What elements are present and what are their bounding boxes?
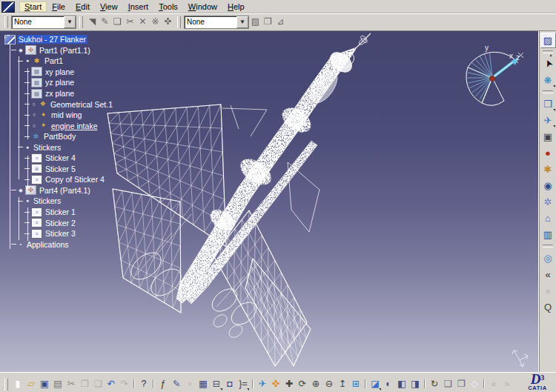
- wireframe-view-icon[interactable]: ◧: [396, 377, 408, 391]
- multi-view-icon[interactable]: ⊞: [350, 377, 362, 391]
- menu-insert[interactable]: Insert: [123, 1, 154, 12]
- tree-item-label[interactable]: Stickers: [32, 143, 62, 152]
- chevron-down-icon[interactable]: ▼: [64, 16, 76, 28]
- equivalence-icon[interactable]: }=: [237, 377, 249, 391]
- tree-expander-icon[interactable]: ○: [31, 112, 37, 118]
- tree-item-label[interactable]: Geometrical Set.1: [49, 100, 114, 109]
- filmstrip-icon[interactable]: ▥: [541, 226, 555, 242]
- gears-icon[interactable]: ✲: [541, 193, 555, 210]
- menu-file[interactable]: File: [47, 1, 70, 12]
- tree-item-stickers[interactable]: ●Stickers: [3, 196, 114, 207]
- print-icon[interactable]: ▤: [52, 377, 64, 391]
- jump-start-icon[interactable]: «: [541, 266, 555, 282]
- camera-icon[interactable]: ▣: [541, 128, 555, 144]
- tree-item-label[interactable]: Part1 (Part1.1): [38, 46, 92, 55]
- hidden-line-view-icon[interactable]: ◨: [409, 377, 421, 391]
- tree-item-engine-intake[interactable]: ○✦engine intake: [3, 120, 114, 131]
- tree-item-xy-plane[interactable]: ▦xy plane: [3, 67, 114, 78]
- image-tool-2-icon[interactable]: ❐: [262, 16, 274, 28]
- tree-item-stickers[interactable]: ●Stickers: [3, 142, 114, 153]
- pan-icon[interactable]: ✚: [283, 377, 295, 391]
- tree-expander-icon[interactable]: ○: [31, 123, 37, 129]
- toolbar-grip[interactable]: [177, 16, 181, 28]
- tree-item-label[interactable]: engine intake: [50, 122, 99, 130]
- toolbar-grip[interactable]: [79, 16, 83, 28]
- toolbar-grip[interactable]: [4, 16, 8, 28]
- formula-icon[interactable]: ƒ: [157, 377, 169, 391]
- filter-combobox-2[interactable]: None ▼: [184, 16, 249, 29]
- tree-item-sticker-1[interactable]: ≡Sticker 1: [3, 207, 114, 218]
- annotation-icon[interactable]: ✎: [171, 377, 182, 391]
- chevron-down-icon[interactable]: ▼: [236, 16, 248, 28]
- jump-end-icon[interactable]: »: [541, 282, 555, 299]
- sheet-icon[interactable]: ❏: [442, 377, 454, 391]
- tree-item-label[interactable]: yz plane: [44, 78, 76, 87]
- zoom-in-icon[interactable]: ⊕: [310, 377, 322, 391]
- shaded-view-icon[interactable]: ◐: [383, 377, 394, 391]
- compass-target-icon[interactable]: ◎: [541, 250, 555, 266]
- menu-help[interactable]: Help: [222, 1, 250, 12]
- tree-item-sticker-3[interactable]: ≡Sticker 3: [3, 228, 114, 239]
- app-icon[interactable]: [1, 1, 15, 13]
- filter-combobox-1[interactable]: None ▼: [11, 16, 76, 29]
- tree-item-label[interactable]: Part4 (Part4.1): [38, 186, 92, 195]
- tree-item-label[interactable]: Sticker 2: [44, 219, 77, 227]
- simulation-gear-icon[interactable]: ✱: [541, 161, 555, 177]
- tree-item-zx-plane[interactable]: ▦zx plane: [3, 88, 114, 99]
- normal-view-icon[interactable]: ↥: [337, 377, 348, 391]
- iso-view-icon[interactable]: ◪: [369, 377, 381, 391]
- tree-item-yz-plane[interactable]: ▦yz plane: [3, 77, 114, 88]
- diamond-icon[interactable]: ◇: [469, 377, 480, 391]
- tree-item-sukhoi-27-flanker[interactable]: Sukhoi - 27 Flanker: [3, 34, 114, 45]
- tree-expander-icon[interactable]: ●: [24, 58, 30, 64]
- tree-item-sticker-5[interactable]: ≣Sticker 5: [3, 164, 114, 175]
- fly-through-icon[interactable]: ❋: [541, 72, 555, 88]
- sheet-edit-icon[interactable]: ❐: [455, 377, 467, 391]
- redo-icon[interactable]: ↷: [119, 377, 130, 391]
- magnifier-icon[interactable]: Q: [541, 299, 555, 315]
- menu-window[interactable]: Window: [183, 1, 222, 12]
- tree-item-label[interactable]: Sticker 3: [44, 229, 77, 238]
- tree-item-sticker-4[interactable]: ≡Sticker 4: [3, 153, 114, 164]
- disabled-tool-icon[interactable]: ∘: [184, 377, 196, 391]
- zoom-out-icon[interactable]: ⊖: [323, 377, 335, 391]
- select-pointer-icon[interactable]: ➤: [537, 54, 556, 74]
- cut-icon[interactable]: ✂: [65, 377, 77, 391]
- factory-icon[interactable]: ⌂: [541, 210, 555, 226]
- tree-expander-icon[interactable]: ◆: [18, 187, 24, 193]
- tree-item-part1-part1-1[interactable]: ◆✣Part1 (Part1.1): [3, 45, 114, 56]
- menu-view[interactable]: View: [95, 1, 123, 12]
- tree-item-label[interactable]: Sticker 1: [44, 207, 77, 216]
- tree-item-label[interactable]: Part1: [43, 56, 64, 65]
- globe-icon[interactable]: ◉: [541, 177, 555, 193]
- tree-item-label[interactable]: Sukhoi - 27 Flanker: [17, 35, 87, 44]
- tree-item-sticker-2[interactable]: ≡Sticker 2: [3, 217, 114, 228]
- tree-item-mid-wing[interactable]: ○✦mid wing: [3, 110, 114, 121]
- compass-origin-dot[interactable]: [489, 76, 494, 81]
- tree-expander-icon[interactable]: ○: [31, 102, 37, 107]
- tree-item-label[interactable]: Sticker 5: [44, 165, 77, 173]
- back-icon[interactable]: «: [488, 377, 500, 391]
- rotate-icon[interactable]: ⟳: [297, 377, 308, 391]
- image-tool-1-icon[interactable]: ▨: [249, 16, 262, 28]
- calculator-icon[interactable]: ▦: [197, 377, 209, 391]
- tree-item-label[interactable]: PartBody: [42, 132, 77, 141]
- tree-item-geometrical-set-1[interactable]: ○❖Geometrical Set.1: [3, 99, 114, 110]
- design-table-icon[interactable]: ⊟: [211, 377, 222, 391]
- workbench-sticker-icon[interactable]: ▨: [540, 33, 556, 48]
- tree-item-label[interactable]: Copy of Sticker 4: [44, 175, 106, 184]
- image-tool-3-icon[interactable]: ⊿: [274, 16, 287, 28]
- tree-item-part4-part4-1[interactable]: ◆✣Part4 (Part4.1): [3, 185, 114, 196]
- undo-icon[interactable]: ↶: [105, 377, 117, 391]
- examine-box-icon[interactable]: ❒: [541, 96, 555, 112]
- open-folder-icon[interactable]: ▱: [25, 377, 37, 391]
- tree-expander-icon[interactable]: ▪: [18, 242, 24, 248]
- new-document-icon[interactable]: ▮: [12, 377, 24, 391]
- menu-edit[interactable]: Edit: [70, 1, 95, 12]
- tree-item-label[interactable]: Sticker 4: [44, 153, 77, 162]
- fly-mode-icon[interactable]: ✈: [257, 377, 268, 391]
- forward-icon[interactable]: »: [501, 377, 513, 391]
- menu-tools[interactable]: Tools: [153, 1, 183, 12]
- menu-start[interactable]: Start: [19, 1, 47, 12]
- viewport-3d[interactable]: y x z Sukhoi - 27 Flanker◆✣Part1 (Part1.…: [0, 31, 539, 372]
